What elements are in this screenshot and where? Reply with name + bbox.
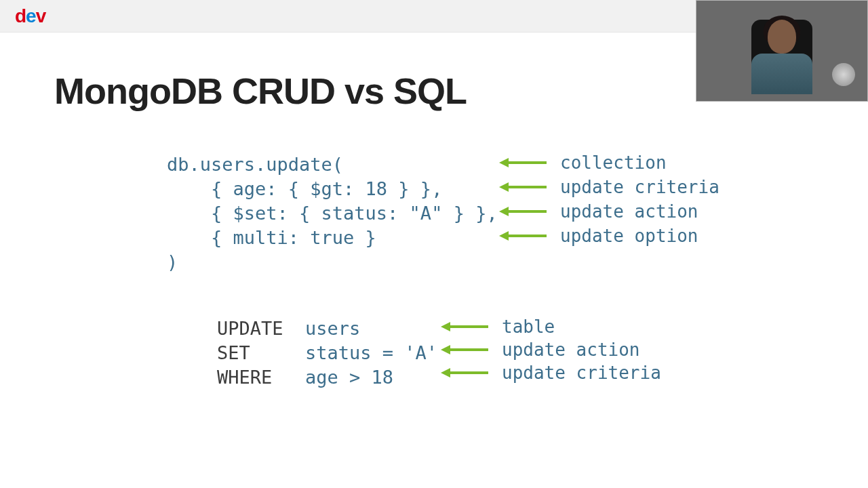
mongodb-code-block: db.users.update( { age: { $gt: 18 } }, {… xyxy=(167,152,868,274)
slide: MongoDB CRUD vs SQL db.users.update( { a… xyxy=(0,33,868,390)
sql-value-table: users xyxy=(305,318,360,339)
annotation-label: table xyxy=(502,314,555,339)
annotation-label: update action xyxy=(502,338,640,362)
annotation-update-criteria: update criteria xyxy=(499,175,719,199)
arrow-left-icon xyxy=(499,181,548,193)
logo-letter-e: e xyxy=(26,5,36,26)
annotation-label: update criteria xyxy=(502,361,661,385)
svg-marker-11 xyxy=(441,345,450,354)
annotation-update-option: update option xyxy=(499,224,698,248)
slide-title: MongoDB CRUD vs SQL xyxy=(54,70,868,112)
arrow-left-icon xyxy=(499,157,548,169)
arrow-left-icon xyxy=(441,367,490,379)
annotation-update-action: update action xyxy=(499,199,698,224)
mongo-line-5: ) xyxy=(167,250,868,274)
dev-logo: dev xyxy=(15,5,45,27)
arrow-left-icon xyxy=(499,230,548,242)
arrow-left-icon xyxy=(441,344,490,356)
annotation-label: update action xyxy=(560,199,698,224)
svg-marker-7 xyxy=(499,231,509,241)
svg-marker-9 xyxy=(441,322,450,331)
annotation-label: collection xyxy=(560,150,667,175)
sql-value-where: age > 18 xyxy=(305,367,393,388)
sql-keyword-set: SET xyxy=(217,342,250,363)
annotation-label: update criteria xyxy=(560,175,719,199)
annotation-label: update option xyxy=(560,224,698,248)
arrow-left-icon xyxy=(441,321,490,333)
annotation-sql-update-criteria: update criteria xyxy=(441,361,661,385)
logo-letter-d: d xyxy=(15,5,26,26)
sql-code-block: UPDATE users SET status = 'A' WHERE age … xyxy=(217,317,868,390)
logo-letter-v: v xyxy=(36,5,46,26)
annotation-table: table xyxy=(441,314,555,339)
sql-value-set: status = 'A' xyxy=(305,342,437,363)
sql-keyword-update: UPDATE xyxy=(217,318,283,339)
svg-marker-1 xyxy=(499,158,509,167)
svg-marker-13 xyxy=(441,368,450,378)
annotation-collection: collection xyxy=(499,150,667,175)
svg-marker-3 xyxy=(499,182,509,192)
arrow-left-icon xyxy=(499,205,548,218)
svg-marker-5 xyxy=(499,207,509,216)
annotation-sql-update-action: update action xyxy=(441,338,640,362)
sql-keyword-where: WHERE xyxy=(217,367,272,388)
